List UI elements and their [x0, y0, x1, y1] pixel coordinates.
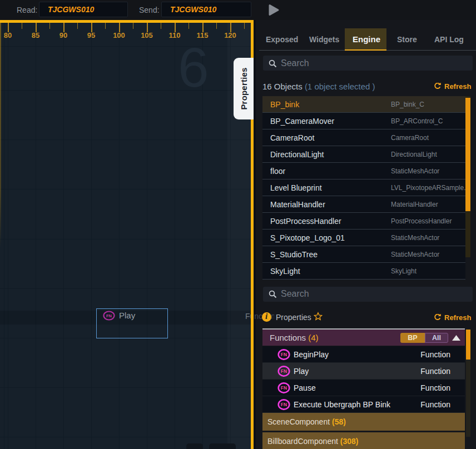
svg-text:FN: FN [281, 352, 287, 357]
svg-text:FN: FN [106, 313, 112, 318]
svg-text:FN: FN [281, 385, 287, 391]
svg-text:FN: FN [281, 402, 287, 407]
svg-text:FN: FN [281, 368, 287, 374]
